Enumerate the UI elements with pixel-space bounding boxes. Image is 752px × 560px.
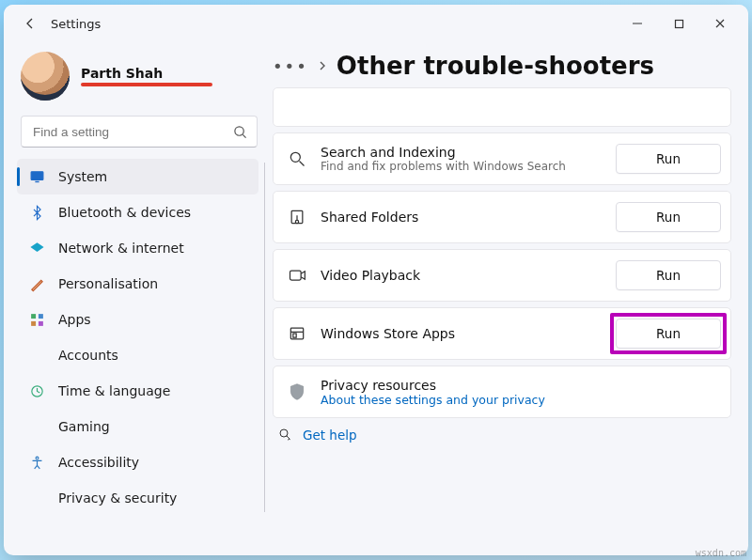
search-icon bbox=[233, 125, 247, 139]
run-button[interactable]: Run bbox=[616, 144, 721, 174]
monitor-icon bbox=[28, 168, 45, 185]
svg-point-17 bbox=[295, 220, 298, 223]
troubleshooter-list: Search and IndexingFind and fix problems… bbox=[273, 87, 731, 418]
privacy-link[interactable]: About these settings and your privacy bbox=[321, 393, 721, 407]
card-text: Windows Store Apps bbox=[321, 326, 603, 341]
search-input[interactable] bbox=[31, 124, 226, 140]
breadcrumb: ••• Other trouble-shooters bbox=[273, 48, 731, 86]
search-box[interactable] bbox=[21, 116, 258, 148]
shield-icon bbox=[287, 381, 307, 402]
page-title: Other trouble-shooters bbox=[337, 52, 654, 80]
profile-name: Parth Shah bbox=[81, 66, 212, 81]
person-icon bbox=[28, 347, 45, 364]
svg-rect-4 bbox=[31, 171, 43, 179]
svg-line-3 bbox=[243, 134, 245, 137]
troubleshooter-card-video-playback: Video PlaybackRun bbox=[273, 249, 731, 302]
back-button[interactable] bbox=[15, 8, 45, 39]
settings-window: Settings Parth Shah bbox=[4, 5, 748, 555]
sidebar-item-personalisation[interactable]: Personalisation bbox=[17, 266, 258, 302]
window-title: Settings bbox=[51, 17, 101, 31]
svg-rect-7 bbox=[38, 314, 42, 319]
privacy-resources-card[interactable]: Privacy resources About these settings a… bbox=[273, 366, 731, 418]
sidebar-item-apps[interactable]: Apps bbox=[17, 302, 258, 337]
nav-list: SystemBluetooth & devicesNetwork & inter… bbox=[17, 159, 261, 516]
nav-wrapper: SystemBluetooth & devicesNetwork & inter… bbox=[17, 159, 261, 516]
close-button[interactable] bbox=[699, 8, 741, 39]
card-text: Video Playback bbox=[321, 268, 603, 283]
maximize-button[interactable] bbox=[658, 8, 699, 39]
previous-card-stub bbox=[273, 87, 731, 127]
svg-point-13 bbox=[36, 457, 39, 459]
accessibility-icon bbox=[28, 454, 45, 471]
content-area: ••• Other trouble-shooters Search and In… bbox=[269, 42, 748, 555]
sidebar-item-network-internet[interactable]: Network & internet bbox=[17, 230, 258, 266]
get-help-link[interactable]: Get help bbox=[273, 428, 731, 443]
folder-share-icon bbox=[287, 207, 307, 227]
sidebar-item-privacy-security[interactable]: Privacy & security bbox=[17, 480, 258, 516]
sidebar-item-accounts[interactable]: Accounts bbox=[17, 337, 258, 373]
sidebar-item-accessibility[interactable]: Accessibility bbox=[17, 444, 258, 480]
sidebar: Parth Shah SystemBluetooth & devicesNetw… bbox=[4, 42, 269, 555]
profile-text: Parth Shah bbox=[81, 66, 212, 86]
grid-icon bbox=[28, 311, 45, 328]
card-text: Search and IndexingFind and fix problems… bbox=[321, 145, 603, 174]
avatar bbox=[21, 52, 70, 101]
privacy-text: Privacy resources About these settings a… bbox=[321, 378, 721, 407]
troubleshooter-card-windows-store-apps: Windows Store AppsRun bbox=[273, 307, 731, 360]
sidebar-item-label: Accounts bbox=[58, 348, 118, 363]
sidebar-item-gaming[interactable]: Gaming bbox=[17, 409, 258, 444]
run-button[interactable]: Run bbox=[616, 260, 721, 290]
window-body: Parth Shah SystemBluetooth & devicesNetw… bbox=[4, 42, 748, 555]
bluetooth-icon bbox=[28, 204, 45, 221]
svg-rect-1 bbox=[675, 20, 682, 27]
sidebar-item-label: Privacy & security bbox=[58, 490, 177, 506]
troubleshooter-card-search-and-indexing: Search and IndexingFind and fix problems… bbox=[273, 132, 731, 185]
arrow-left-icon bbox=[23, 16, 38, 31]
search-icon bbox=[287, 148, 307, 169]
card-title: Shared Folders bbox=[321, 210, 603, 225]
video-icon bbox=[287, 265, 307, 286]
card-title: Video Playback bbox=[321, 268, 603, 283]
card-title: Search and Indexing bbox=[321, 145, 603, 160]
sidebar-item-label: Network & internet bbox=[58, 241, 184, 256]
svg-rect-12 bbox=[31, 424, 43, 430]
svg-rect-8 bbox=[31, 320, 36, 325]
svg-line-15 bbox=[300, 162, 305, 166]
window-controls bbox=[617, 8, 741, 39]
run-button[interactable]: Run bbox=[616, 319, 721, 349]
sidebar-item-system[interactable]: System bbox=[17, 159, 258, 194]
privacy-title: Privacy resources bbox=[321, 378, 721, 393]
sidebar-item-label: Bluetooth & devices bbox=[58, 205, 191, 220]
store-icon bbox=[287, 323, 307, 344]
run-button[interactable]: Run bbox=[616, 202, 721, 232]
brush-icon bbox=[28, 275, 45, 292]
sidebar-item-label: Apps bbox=[58, 312, 91, 327]
titlebar: Settings bbox=[4, 5, 748, 42]
watermark: wsxdn.com bbox=[696, 548, 746, 558]
svg-point-14 bbox=[290, 152, 300, 162]
svg-rect-22 bbox=[293, 334, 296, 337]
breadcrumb-overflow-icon[interactable]: ••• bbox=[273, 56, 308, 76]
minimize-button[interactable] bbox=[617, 8, 658, 39]
minimize-icon bbox=[632, 18, 643, 29]
clock-icon bbox=[28, 382, 45, 399]
close-icon bbox=[714, 18, 726, 29]
card-title: Windows Store Apps bbox=[321, 326, 603, 341]
svg-point-10 bbox=[34, 350, 39, 355]
sidebar-item-label: Personalisation bbox=[58, 276, 158, 291]
shield-icon bbox=[28, 490, 45, 506]
help-icon bbox=[278, 428, 293, 443]
profile-block[interactable]: Parth Shah bbox=[17, 48, 261, 112]
sidebar-item-label: Time & language bbox=[58, 383, 170, 398]
get-help-label: Get help bbox=[303, 428, 357, 443]
sidebar-item-label: Gaming bbox=[58, 419, 110, 434]
redaction-underline bbox=[81, 83, 212, 86]
svg-rect-6 bbox=[31, 314, 36, 319]
game-icon bbox=[28, 418, 45, 435]
card-text: Shared Folders bbox=[321, 210, 603, 225]
sidebar-item-time-language[interactable]: Time & language bbox=[17, 373, 258, 409]
sidebar-item-bluetooth-devices[interactable]: Bluetooth & devices bbox=[17, 194, 258, 230]
chevron-right-icon bbox=[318, 61, 327, 70]
sidebar-scroll-divider bbox=[264, 163, 265, 512]
wifi-icon bbox=[28, 240, 45, 257]
